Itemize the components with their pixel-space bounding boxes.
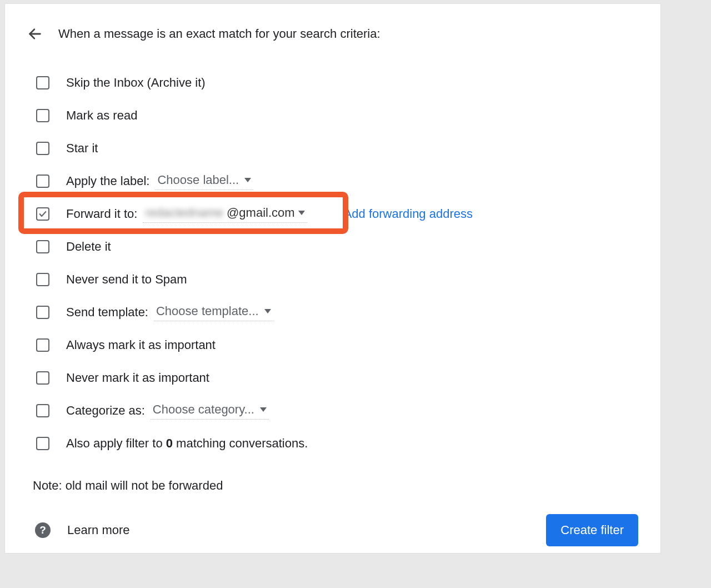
learn-more-link[interactable]: Learn more — [67, 523, 130, 537]
label-always-important: Always mark it as important — [66, 338, 216, 352]
also-apply-count: 0 — [166, 436, 173, 450]
header-row: When a message is an exact match for you… — [27, 26, 638, 42]
select-send-template[interactable]: Choose template... — [154, 303, 273, 321]
filter-actions-panel: When a message is an exact match for you… — [4, 3, 661, 554]
label-mark-read: Mark as read — [66, 108, 137, 123]
checkbox-never-spam[interactable] — [36, 273, 49, 286]
select-categorize[interactable]: Choose category... — [151, 401, 269, 420]
label-star: Star it — [66, 141, 98, 156]
svg-marker-2 — [298, 211, 305, 215]
checkbox-forward[interactable] — [36, 207, 49, 221]
learn-more-group: ? Learn more — [35, 522, 130, 538]
option-apply-label: Apply the label: Choose label... — [27, 165, 638, 197]
select-send-template-text: Choose template... — [156, 304, 259, 318]
checkbox-skip-inbox[interactable] — [36, 76, 49, 89]
option-star: Star it — [27, 132, 638, 165]
label-never-spam: Never send it to Spam — [66, 272, 187, 287]
label-send-template: Send template: — [66, 305, 148, 320]
option-send-template: Send template: Choose template... — [27, 296, 638, 328]
footer-row: ? Learn more Create filter — [27, 514, 638, 546]
label-apply-label: Apply the label: — [66, 174, 149, 188]
forward-email-domain: @gmail.com — [227, 206, 295, 220]
checkbox-mark-read[interactable] — [36, 109, 49, 122]
option-forward: Forward it to: redactedname @gmail.com A… — [27, 197, 638, 230]
label-skip-inbox: Skip the Inbox (Archive it) — [66, 76, 206, 90]
caret-down-icon — [244, 178, 251, 182]
link-add-forwarding-address[interactable]: Add forwarding address — [344, 207, 473, 221]
checkbox-send-template[interactable] — [36, 306, 49, 319]
also-apply-suffix: matching conversations. — [173, 436, 308, 450]
caret-down-icon — [264, 309, 271, 313]
svg-marker-4 — [260, 407, 267, 412]
select-categorize-text: Choose category... — [153, 402, 254, 417]
option-also-apply: Also apply filter to 0 matching conversa… — [27, 427, 638, 460]
back-arrow-icon[interactable] — [27, 26, 43, 42]
forward-email-redacted: redactedname — [145, 206, 223, 220]
label-categorize: Categorize as: — [66, 403, 145, 418]
checkbox-never-important[interactable] — [36, 371, 49, 385]
svg-marker-1 — [244, 178, 251, 182]
label-never-important: Never mark it as important — [66, 371, 209, 385]
caret-down-icon — [298, 211, 305, 215]
checkbox-always-important[interactable] — [36, 338, 49, 352]
select-apply-label-text: Choose label... — [157, 173, 239, 187]
label-delete: Delete it — [66, 240, 111, 254]
note-text: Note: old mail will not be forwarded — [33, 479, 638, 493]
option-mark-read: Mark as read — [27, 99, 638, 132]
also-apply-prefix: Also apply filter to — [66, 436, 166, 450]
select-apply-label[interactable]: Choose label... — [155, 172, 253, 190]
option-skip-inbox: Skip the Inbox (Archive it) — [27, 66, 638, 99]
checkbox-delete[interactable] — [36, 240, 49, 253]
caret-down-icon — [260, 407, 267, 412]
checkbox-also-apply[interactable] — [36, 437, 49, 450]
label-also-apply: Also apply filter to 0 matching conversa… — [66, 436, 308, 451]
header-title: When a message is an exact match for you… — [58, 27, 380, 41]
help-icon[interactable]: ? — [35, 522, 51, 538]
checkbox-apply-label[interactable] — [36, 175, 49, 188]
checkbox-star[interactable] — [36, 142, 49, 155]
label-forward: Forward it to: — [66, 207, 137, 221]
option-never-spam: Never send it to Spam — [27, 263, 638, 296]
option-never-important: Never mark it as important — [27, 361, 638, 394]
create-filter-button[interactable]: Create filter — [546, 514, 638, 546]
option-categorize: Categorize as: Choose category... — [27, 394, 638, 427]
svg-marker-3 — [264, 309, 271, 313]
select-forward-address[interactable]: redactedname @gmail.com — [143, 205, 307, 223]
option-delete: Delete it — [27, 230, 638, 263]
checkbox-categorize[interactable] — [36, 404, 49, 417]
option-always-important: Always mark it as important — [27, 328, 638, 361]
